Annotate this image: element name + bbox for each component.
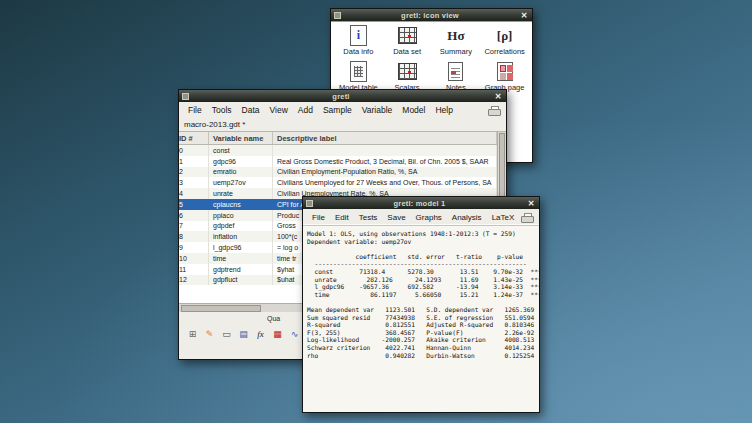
correlations-icon: [ρ] — [497, 29, 513, 42]
session-icon[interactable]: ▤ — [236, 327, 251, 342]
data-set-icon — [398, 27, 417, 44]
row-id: 6 — [179, 210, 209, 221]
row-label: Real Gross Domestic Product, 3 Decimal, … — [273, 156, 497, 167]
row-id: 8 — [179, 231, 209, 242]
row-name: cpiaucns — [209, 199, 273, 210]
header-descriptive-label: Descriptive label — [273, 132, 497, 144]
console-icon[interactable]: ▭ — [219, 327, 234, 342]
menu-help[interactable]: Help — [430, 104, 457, 116]
menu-sample[interactable]: Sample — [318, 104, 357, 116]
window-menu-icon[interactable] — [334, 12, 341, 19]
table-row[interactable]: 0 const — [179, 145, 497, 156]
row-id: 7 — [179, 221, 209, 232]
icon-label: Summary — [440, 47, 472, 56]
menu-data[interactable]: Data — [237, 104, 265, 116]
graph-page-icon — [497, 62, 513, 81]
menu-variable[interactable]: Variable — [357, 104, 398, 116]
session-item-summary[interactable]: Hσ Summary — [433, 25, 480, 56]
icon-view-titlebar[interactable]: gretl: icon view ✕ — [331, 9, 532, 21]
close-icon[interactable]: ✕ — [526, 199, 536, 208]
session-item-graph-page[interactable]: Graph page — [481, 61, 528, 92]
model-title: gretl: model 1 — [316, 199, 523, 208]
model-titlebar[interactable]: gretl: model 1 ✕ — [303, 197, 539, 209]
row-id: 9 — [179, 242, 209, 253]
function-icon[interactable]: fx — [253, 327, 268, 342]
row-name: emratio — [209, 167, 273, 178]
table-header-row: ID # Variable name Descriptive label — [179, 132, 497, 145]
row-name: l_gdpc96 — [209, 242, 273, 253]
window-menu-icon[interactable] — [306, 200, 313, 207]
icon-view-title: gretl: icon view — [344, 11, 516, 20]
menu-latex[interactable]: LaTeX — [487, 212, 520, 223]
menu-graphs[interactable]: Graphs — [411, 212, 447, 223]
menu-file[interactable]: File — [307, 212, 330, 223]
model-window: gretl: model 1 ✕ File Edit Tests Save Gr… — [302, 196, 540, 413]
close-icon[interactable]: ✕ — [493, 92, 503, 101]
model-table-icon — [350, 61, 367, 82]
row-name: inflation — [209, 231, 273, 242]
session-item-scalars[interactable]: Scalars — [384, 61, 431, 92]
summary-icon: Hσ — [447, 29, 464, 42]
dataset-name-label: macro-2013.gdt * — [179, 118, 506, 131]
row-name: ppiaco — [209, 210, 273, 221]
row-name: unrate — [209, 188, 273, 199]
icon-label: Correlations — [484, 47, 524, 56]
scalars-icon — [398, 63, 417, 80]
close-icon[interactable]: ✕ — [519, 11, 529, 20]
row-name: gdpc96 — [209, 156, 273, 167]
row-id: 12 — [179, 275, 209, 286]
menu-save[interactable]: Save — [382, 212, 410, 223]
menu-tools[interactable]: Tools — [207, 104, 237, 116]
session-item-data-set[interactable]: Data set — [384, 25, 431, 56]
row-label: Civilian Employment-Population Ratio, %,… — [273, 167, 497, 178]
row-id: 2 — [179, 167, 209, 178]
iconview-icon[interactable]: ▦ — [270, 327, 285, 342]
main-menubar: File Tools Data View Add Sample Variable… — [179, 102, 506, 118]
menu-analysis[interactable]: Analysis — [447, 212, 487, 223]
row-name: gdpdef — [209, 221, 273, 232]
menu-add[interactable]: Add — [293, 104, 318, 116]
window-menu-icon[interactable] — [182, 93, 189, 100]
edit-icon[interactable]: ✎ — [202, 327, 217, 342]
menu-file[interactable]: File — [183, 104, 207, 116]
table-row[interactable]: 1 gdpc96 Real Gross Domestic Product, 3 … — [179, 156, 497, 167]
row-name: gdpfluct — [209, 275, 273, 286]
row-id: 3 — [179, 177, 209, 188]
notes-icon — [448, 62, 463, 81]
print-icon[interactable] — [521, 213, 533, 222]
row-label — [273, 145, 497, 156]
row-id: 5 — [179, 199, 209, 210]
icon-label: Data set — [393, 47, 421, 56]
print-icon[interactable] — [488, 106, 500, 115]
menu-edit[interactable]: Edit — [330, 212, 354, 223]
session-item-correlations[interactable]: [ρ] Correlations — [481, 25, 528, 56]
session-item-model-table[interactable]: Model table — [335, 61, 382, 92]
header-variable-name: Variable name — [209, 132, 273, 144]
calculator-icon[interactable]: ⊞ — [185, 327, 200, 342]
horizontal-scrollbar-thumb[interactable] — [181, 305, 261, 312]
row-name: const — [209, 145, 273, 156]
menu-view[interactable]: View — [265, 104, 293, 116]
row-name: time — [209, 253, 273, 264]
model-menubar: File Edit Tests Save Graphs Analysis LaT… — [303, 209, 539, 226]
main-titlebar[interactable]: gretl ✕ — [179, 90, 506, 102]
data-info-icon: i — [350, 25, 367, 46]
row-id: 1 — [179, 156, 209, 167]
row-name: gdptrend — [209, 264, 273, 275]
menu-tests[interactable]: Tests — [354, 212, 383, 223]
graph-icon[interactable]: ∿ — [287, 327, 302, 342]
session-item-notes[interactable]: Notes — [433, 61, 480, 92]
icon-label: Data info — [343, 47, 373, 56]
row-id: 0 — [179, 145, 209, 156]
row-id: 4 — [179, 188, 209, 199]
desktop: gretl: icon view ✕ i Data info Data set … — [0, 0, 752, 423]
row-id: 10 — [179, 253, 209, 264]
menu-model[interactable]: Model — [397, 104, 430, 116]
table-row[interactable]: 3 uemp27ov Civilians Unemployed for 27 W… — [179, 177, 497, 188]
table-row[interactable]: 2 emratio Civilian Employment-Population… — [179, 167, 497, 178]
session-item-data-info[interactable]: i Data info — [335, 25, 382, 56]
model-output: Model 1: OLS, using observations 1948:1-… — [303, 226, 539, 359]
row-id: 11 — [179, 264, 209, 275]
row-name: uemp27ov — [209, 177, 273, 188]
model-output-area: Model 1: OLS, using observations 1948:1-… — [303, 226, 539, 412]
